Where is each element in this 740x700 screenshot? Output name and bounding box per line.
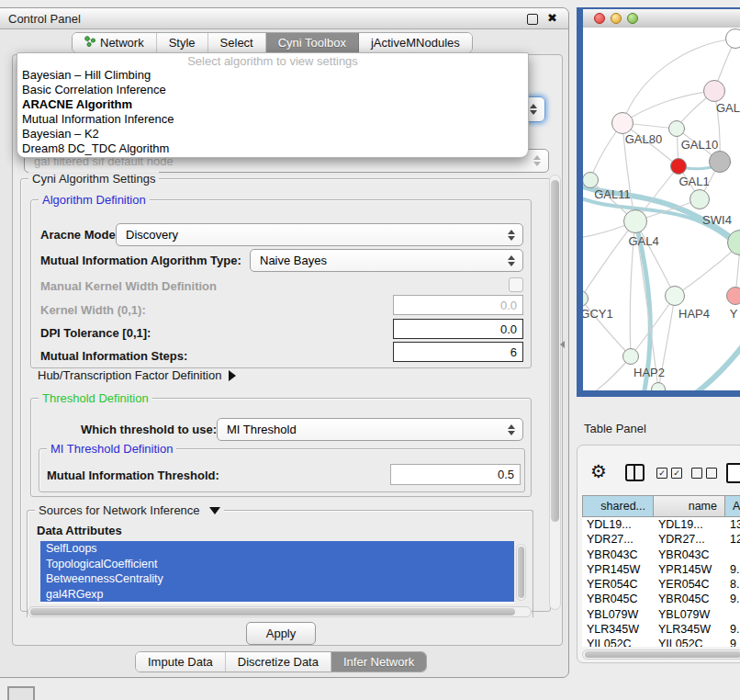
tab-cyni-toolbox[interactable]: Cyni Toolbox — [266, 33, 359, 52]
kernel-width-value: 0.0 — [500, 299, 517, 312]
gear-icon[interactable]: ⚙ — [590, 462, 607, 480]
table-cell: YDR27... — [582, 532, 654, 547]
algorithm-option-dream8-dc-tdc-algorithm[interactable]: Dream8 DC_TDC Algorithm — [17, 141, 528, 156]
tab-label: Network — [100, 36, 144, 50]
table-cell: YDL19... — [654, 517, 725, 532]
tab-jactivemnodules[interactable]: jActiveMNodules — [359, 33, 472, 52]
table-row[interactable]: YDL19...YDL19...13 — [582, 517, 740, 532]
algorithm-option-bayesian-k2[interactable]: Bayesian – K2 — [17, 127, 528, 141]
tab-infer-network[interactable]: Infer Network — [331, 652, 426, 672]
attribute-betweennesscentrality[interactable]: BetweennessCentrality — [40, 571, 514, 587]
select-all-checkboxes-icon[interactable]: ✓✓ — [656, 468, 686, 484]
column-header-a[interactable]: A — [725, 495, 740, 517]
mi-threshold-field[interactable]: 0.5 — [390, 464, 521, 485]
algorithm-definition-group: Algorithm Definition Aracne Mode: Discov… — [30, 199, 532, 368]
kernel-width-label: Kernel Width (0,1): — [40, 303, 146, 317]
threshold-definition-group: Threshold Definition Which threshold to … — [30, 398, 532, 497]
sources-group-title[interactable]: Sources for Network Inference — [35, 503, 224, 517]
close-traffic-light-icon[interactable] — [594, 13, 605, 24]
deselect-all-checkboxes-icon[interactable] — [691, 468, 721, 484]
manual-kernel-checkbox[interactable] — [509, 277, 523, 292]
table-cell: YIL052C — [654, 637, 725, 647]
table-row[interactable]: YBR045CYBR045C9. — [582, 592, 740, 606]
network-node-gal[interactable] — [703, 80, 725, 102]
mi-type-value: Naive Bayes — [260, 254, 505, 267]
table-row[interactable]: YER054CYER054C8. — [582, 577, 740, 592]
table-row[interactable]: YIL052CYIL052C9 — [582, 637, 740, 647]
network-node-gal1[interactable] — [690, 189, 710, 209]
network-canvas[interactable]: GALGAL80GAL10GAL1GAL11GAL4SWI4GCY1HAP4YH… — [583, 28, 740, 390]
network-node-gal10[interactable] — [668, 120, 685, 137]
attribute-topologicalcoefficient[interactable]: TopologicalCoefficient — [40, 557, 514, 572]
cyni-algorithm-settings-group: Cyni Algorithm Settings Algorithm Defini… — [20, 178, 551, 612]
desktop: { "colors": { "selection_blue": "#3e6bc8… — [0, 0, 740, 700]
network-node-hap2[interactable] — [622, 348, 639, 365]
aracne-mode-value: Discovery — [126, 228, 505, 242]
window-title: Control Panel — [8, 12, 81, 26]
table-row[interactable]: YPR145WYPR145W9. — [582, 562, 740, 577]
splitter-collapse-icon[interactable] — [560, 341, 565, 348]
table-cell: YDL19... — [582, 517, 654, 532]
attribute-selfloops[interactable]: SelfLoops — [40, 541, 514, 557]
network-node-gal80[interactable] — [611, 112, 633, 134]
table-row[interactable]: YBL079WYBL079W — [582, 607, 740, 622]
mi-type-combobox[interactable]: Naive Bayes — [250, 249, 523, 272]
network-node-partial-top[interactable] — [725, 28, 740, 49]
network-node-y[interactable] — [726, 287, 740, 305]
document-icon[interactable] — [726, 463, 740, 483]
table-row[interactable]: YLR345WYLR345W9. — [582, 622, 740, 637]
network-node-gray-node[interactable] — [709, 151, 731, 173]
table-row[interactable]: YBR043CYBR043C — [582, 548, 740, 562]
algorithm-option-aracne-algorithm[interactable]: ARACNE Algorithm — [17, 97, 528, 112]
network-node-label: Y — [730, 307, 738, 322]
algorithm-option-bayesian-hill-climbing[interactable]: Bayesian – Hill Climbing — [17, 68, 528, 83]
combo-stepper-icon — [531, 155, 544, 166]
settings-group-title: Cyni Algorithm Settings — [28, 172, 159, 186]
table-row[interactable]: YDR27...YDR27...12 — [582, 532, 740, 547]
column-view-icon[interactable] — [625, 464, 645, 481]
network-node-label: GCY1 — [583, 307, 613, 322]
close-icon[interactable]: ✖ — [547, 11, 557, 25]
column-header-name[interactable]: name — [654, 495, 725, 517]
network-node-hap4[interactable] — [665, 286, 685, 306]
tab-network[interactable]: Network — [73, 33, 157, 52]
tab-discretize-data[interactable]: Discretize Data — [226, 652, 331, 672]
tab-style[interactable]: Style — [157, 33, 208, 52]
network-node-gal4[interactable] — [623, 209, 647, 233]
minimized-panel-icon[interactable] — [7, 686, 35, 700]
data-attributes-label: Data Attributes — [37, 524, 122, 537]
kernel-width-field[interactable]: 0.0 — [393, 295, 523, 315]
tab-label: Discretize Data — [238, 655, 319, 669]
network-window-titlebar[interactable] — [583, 9, 740, 28]
dpi-tolerance-field[interactable]: 0.0 — [393, 319, 523, 339]
network-node-label: GAL11 — [594, 187, 631, 202]
which-threshold-combobox[interactable]: MI Threshold — [217, 418, 523, 441]
attributes-horizontal-scrollbar[interactable] — [28, 606, 532, 617]
table-cell: YBR043C — [654, 548, 725, 562]
popup-prompt: Select algorithm to view settings — [17, 54, 528, 68]
column-header-shared[interactable]: shared... — [582, 495, 654, 517]
tab-impute-data[interactable]: Impute Data — [136, 652, 226, 672]
mi-threshold-value: 0.5 — [498, 468, 514, 481]
tab-select[interactable]: Select — [208, 33, 266, 52]
algorithm-option-mutual-information-inference[interactable]: Mutual Information Inference — [17, 112, 528, 127]
float-window-icon[interactable] — [527, 14, 538, 25]
algorithm-option-basic-correlation-inference[interactable]: Basic Correlation Inference — [17, 83, 528, 97]
aracne-mode-combobox[interactable]: Discovery — [116, 223, 523, 246]
apply-button[interactable]: Apply — [246, 622, 316, 645]
settings-vertical-scrollbar[interactable] — [549, 175, 561, 610]
data-attributes-list[interactable]: SelfLoopsTopologicalCoefficientBetweenne… — [40, 541, 514, 604]
network-view-window: GALGAL80GAL10GAL1GAL11GAL4SWI4GCY1HAP4YH… — [577, 7, 740, 397]
network-node-label: GAL80 — [625, 132, 662, 147]
zoom-traffic-light-icon[interactable] — [627, 13, 638, 24]
hub-definition-toggle[interactable]: Hub/Transcription Factor Definition — [38, 368, 236, 382]
table-horizontal-scrollbar[interactable] — [582, 649, 740, 660]
network-node-partial-bottom[interactable] — [651, 382, 666, 390]
attributes-vertical-scrollbar[interactable] — [516, 544, 526, 601]
mi-steps-field[interactable]: 6 — [393, 342, 523, 362]
combo-stepper-icon — [505, 424, 518, 435]
network-node-red-node[interactable] — [670, 158, 687, 175]
minimize-traffic-light-icon[interactable] — [611, 13, 622, 24]
attribute-gal4rgexp[interactable]: gal4RGexp — [40, 587, 514, 603]
mi-steps-label: Mutual Information Steps: — [40, 349, 187, 363]
